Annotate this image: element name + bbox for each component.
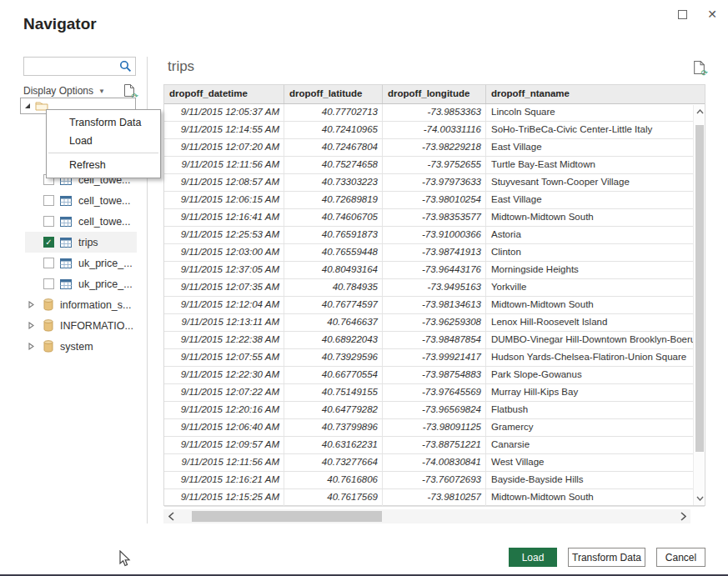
table-icon [60,238,72,248]
tree-item-label: trips [78,237,98,248]
refresh-preview-icon[interactable]: ⟳ [123,83,136,98]
tree-item-label: cell_towe... [78,216,131,228]
cell-dropoff_datetime: 9/11/2015 12:14:55 AM [164,122,284,138]
table-row: 9/11/2015 12:13:11 AM40.7646637-73.96259… [164,314,705,332]
tree-item-trips[interactable]: ✓trips [25,232,137,253]
search-icon [119,60,132,76]
cell-dropoff_latitude: 40.76591873 [284,227,383,243]
refresh-preview-icon[interactable]: ⟳ [693,60,705,75]
cell-dropoff_datetime: 9/11/2015 12:09:57 AM [164,437,284,453]
menu-item-refresh[interactable]: Refresh [47,156,160,174]
menu-item-load[interactable]: Load [47,132,160,150]
search-input[interactable] [28,58,118,74]
table-row: 9/11/2015 12:16:41 AM40.74606705-73.9835… [164,209,705,227]
cell-dropoff_ntaname: East Village [486,192,694,208]
cell-dropoff_longitude: -73.99921417 [383,349,486,366]
maximize-button[interactable] [675,7,690,22]
table-row: 9/11/2015 12:07:22 AM40.75149155-73.9764… [164,384,705,402]
database-icon [43,298,53,311]
chevron-right-icon[interactable] [28,322,36,329]
cell-dropoff_ntaname: Bayside-Bayside Hills [486,472,694,488]
table-row: 9/11/2015 12:12:04 AM40.76774597-73.9813… [164,297,705,314]
cell-dropoff_longitude: -73.98754883 [383,367,486,383]
table-icon [60,217,72,227]
tree-item-uk-price[interactable]: uk_price_... [25,273,137,294]
cell-dropoff_ntaname: Hudson Yards-Chelsea-Flatiron-Union Squa… [486,349,694,366]
table-row: 9/11/2015 12:14:55 AM40.72410965-74.0033… [164,122,705,139]
checkbox[interactable] [43,216,54,227]
checkbox[interactable] [43,195,54,206]
context-menu: Transform Data Load Refresh [46,109,161,178]
cell-dropoff_latitude: 40.76774597 [284,297,383,313]
vertical-scrollbar[interactable] [693,105,705,505]
cell-dropoff_datetime: 9/11/2015 12:37:05 AM [164,262,284,278]
cell-dropoff_ntaname: Flatbush [486,402,694,418]
cell-dropoff_ntaname: West Village [486,454,694,471]
chevron-right-icon[interactable] [28,301,36,308]
cell-dropoff_datetime: 9/11/2015 12:07:55 AM [164,349,284,366]
cell-dropoff_latitude: 40.64779282 [284,402,383,418]
cell-dropoff_datetime: 9/11/2015 12:07:35 AM [164,279,284,296]
table-icon [60,196,72,206]
cell-dropoff_datetime: 9/11/2015 12:03:00 AM [164,244,284,261]
horizontal-scroll-thumb[interactable] [192,511,382,522]
cell-dropoff_latitude: 40.76559448 [284,244,383,261]
cell-dropoff_longitude: -73.9752655 [383,157,486,173]
tree-item-label: uk_price_... [78,258,133,269]
cell-dropoff_ntaname: DUMBO-Vinegar Hill-Downtown Brooklyn-Boe… [486,332,694,348]
transform-data-button[interactable]: Transform Data [568,548,645,567]
cell-dropoff_datetime: 9/11/2015 12:13:11 AM [164,314,284,331]
table-row: 9/11/2015 12:15:25 AM40.7617569-73.98102… [164,489,705,507]
tree-item-label: cell_towe... [78,195,131,207]
checkbox[interactable] [43,278,54,289]
cell-dropoff_datetime: 9/11/2015 12:11:56 AM [164,454,284,471]
vertical-scroll-thumb[interactable] [695,125,704,452]
table-row: 9/11/2015 12:07:35 AM40.784935-73.949516… [164,279,705,297]
column-header-dropoff_datetime[interactable]: dropoff_datetime [164,85,284,103]
column-header-dropoff_longitude[interactable]: dropoff_longitude [383,85,486,103]
tree-item-cell-towe[interactable]: cell_towe... [25,211,137,232]
cell-dropoff_longitude: -73.98134613 [383,297,486,313]
column-header-dropoff_latitude[interactable]: dropoff_latitude [284,85,383,103]
cancel-button[interactable]: Cancel [656,548,705,567]
table-row: 9/11/2015 12:08:57 AM40.73303223-73.9797… [164,174,705,192]
tree-item-uk-price[interactable]: uk_price_... [25,253,137,273]
database-icon [43,319,53,332]
cell-dropoff_longitude: -73.9810257 [383,489,486,506]
table-row: 9/11/2015 12:07:55 AM40.73929596-73.9992… [164,349,705,367]
load-button[interactable]: Load [509,548,557,567]
tree-item-cell-towe[interactable]: cell_towe... [25,190,137,211]
menu-item-transform-data[interactable]: Transform Data [47,113,160,132]
chevron-right-icon[interactable] [28,343,36,350]
cell-dropoff_datetime: 9/11/2015 12:20:16 AM [164,402,284,418]
tree-item-label: uk_price_... [78,278,133,290]
cell-dropoff_latitude: 40.73799896 [284,419,383,436]
cell-dropoff_latitude: 40.80493164 [284,262,383,278]
cell-dropoff_datetime: 9/11/2015 12:22:30 AM [164,367,284,383]
tree-item-label: INFORMATIO... [60,320,133,332]
table-row: 9/11/2015 12:16:21 AM40.7616806-73.76072… [164,472,705,489]
cell-dropoff_latitude: 40.63162231 [284,437,383,453]
checkbox[interactable]: ✓ [43,237,54,248]
tree-item-information-s[interactable]: information_s... [25,294,137,315]
cell-dropoff_ntaname: SoHo-TriBeCa-Civic Center-Little Italy [486,122,694,138]
scroll-down-icon[interactable] [694,492,705,505]
cell-dropoff_datetime: 9/11/2015 12:16:41 AM [164,209,284,226]
checkbox[interactable] [43,258,54,268]
scroll-right-icon[interactable] [675,509,690,523]
horizontal-scrollbar[interactable] [163,509,690,523]
close-button[interactable]: ✕ [705,7,720,22]
cell-dropoff_longitude: -73.91000366 [383,227,486,243]
display-options[interactable]: Display Options ▼ ⟳ [23,84,136,98]
cell-dropoff_ntaname: Astoria [486,227,694,243]
scroll-up-icon[interactable] [694,105,705,118]
column-header-dropoff_ntaname[interactable]: dropoff_ntaname [486,85,694,103]
tree-item-informatio[interactable]: INFORMATIO... [25,315,137,336]
table-icon [60,279,72,289]
cell-dropoff_longitude: -73.76072693 [383,472,486,488]
table-row: 9/11/2015 12:11:56 AM40.73277664-74.0083… [164,454,705,472]
preview-title: trips [168,58,194,75]
scroll-left-icon[interactable] [163,509,178,523]
table-body: 9/11/2015 12:05:37 AM40.77702713-73.9853… [164,104,705,507]
tree-item-system[interactable]: system [25,336,137,357]
